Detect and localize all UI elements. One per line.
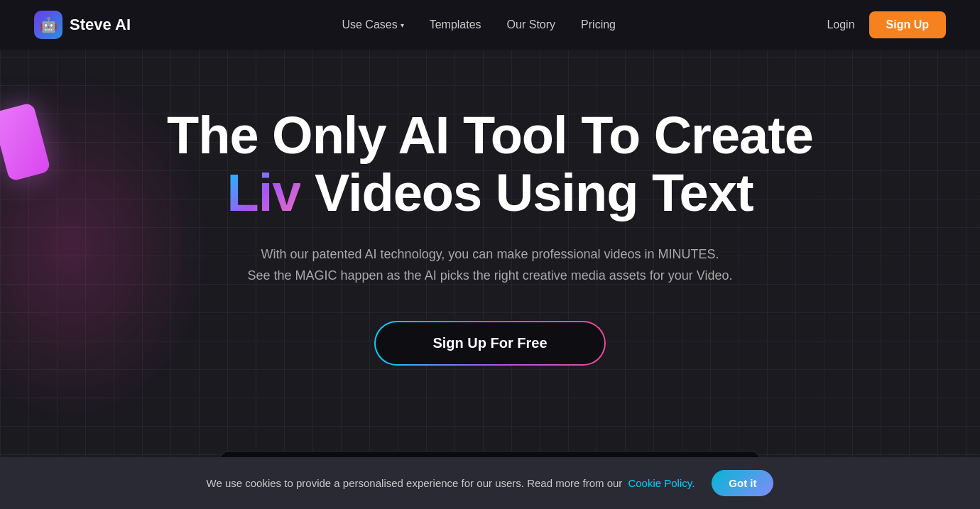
nav-actions: Login Sign Up [827,11,946,38]
logo-emoji: 🤖 [40,16,58,33]
cookie-banner: We use cookies to provide a personalised… [0,457,980,509]
nav-templates[interactable]: Templates [430,18,481,31]
signup-nav-button[interactable]: Sign Up [869,11,946,38]
nav-use-cases[interactable]: Use Cases ▾ [342,18,403,31]
brand-name: Steve AI [70,16,131,34]
hero-title-part2: Videos Using Text [315,163,753,222]
logo-area[interactable]: 🤖 Steve AI [34,11,131,39]
navbar: 🤖 Steve AI Use Cases ▾ Templates Our Sto… [0,0,980,50]
nav-links: Use Cases ▾ Templates Our Story Pricing [342,18,616,31]
hero-title: The Only AI Tool To Create Liv Videos Us… [14,106,966,222]
login-button[interactable]: Login [827,18,854,31]
hero-section: The Only AI Tool To Create Liv Videos Us… [0,50,980,451]
cookie-text: We use cookies to provide a personalised… [207,477,623,489]
signup-free-button[interactable]: Sign Up For Free [376,322,604,364]
nav-our-story[interactable]: Our Story [507,18,555,31]
hero-subtitle: With our patented AI technology, you can… [241,243,739,287]
cookie-policy-link[interactable]: Cookie Policy. [628,477,695,489]
nav-pricing[interactable]: Pricing [581,18,616,31]
cta-button-wrapper[interactable]: Sign Up For Free [374,321,605,366]
got-it-button[interactable]: Got it [712,470,773,496]
hero-title-colored: Liv [227,163,300,222]
hero-title-part1: The Only AI Tool To Create [167,106,813,165]
logo-icon: 🤖 [34,11,62,39]
chevron-down-icon: ▾ [401,21,404,29]
